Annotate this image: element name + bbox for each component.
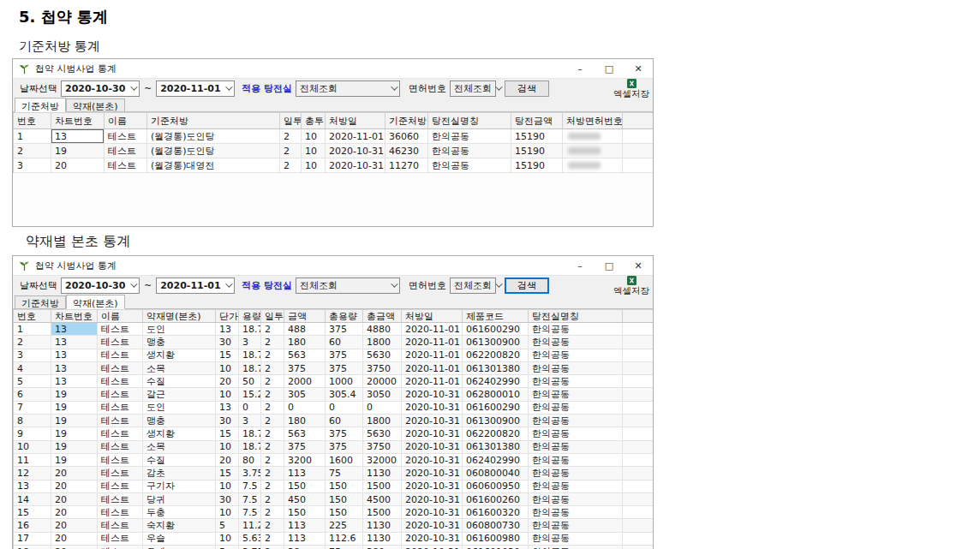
column-header[interactable]: 일투 [280, 113, 302, 128]
table-cell[interactable]: 19 [51, 415, 98, 427]
table-cell[interactable]: 061600260 [463, 493, 529, 505]
table-cell[interactable]: 10 [216, 506, 239, 518]
table-cell[interactable]: 11.2 [239, 519, 261, 531]
table-cell[interactable]: 한의공동 [529, 519, 623, 531]
table-cell[interactable]: 062402990 [463, 375, 529, 387]
table-cell[interactable]: 13 [216, 323, 239, 335]
table-cell[interactable]: 1600 [326, 454, 363, 466]
table-cell[interactable]: 20 [51, 158, 105, 172]
table-cell[interactable]: 18.7 [239, 362, 261, 374]
table-cell[interactable]: 2 [280, 129, 302, 143]
table-cell[interactable]: 19 [51, 454, 98, 466]
table-cell[interactable]: 450 [284, 493, 326, 505]
table-cell[interactable]: 062402990 [463, 454, 529, 466]
table-cell[interactable]: 113 [284, 467, 326, 479]
table-cell[interactable]: 1000 [326, 375, 363, 387]
table-cell[interactable]: 테스트 [98, 546, 143, 549]
table-cell[interactable]: 060800730 [463, 519, 529, 531]
close-button[interactable]: ✕ [624, 59, 653, 78]
column-header[interactable]: 일투 [261, 310, 284, 322]
table-cell[interactable]: 테스트 [98, 441, 143, 453]
table-cell[interactable]: (월경통)도인탕 [147, 144, 280, 158]
column-header[interactable]: 처방면허번호 [563, 113, 623, 128]
table-cell[interactable]: 한의공동 [428, 144, 511, 158]
table-cell[interactable]: 2 [261, 427, 284, 439]
tab-herb-material[interactable]: 약재(본초) [66, 295, 125, 309]
excel-save-button[interactable]: 엑셀저장 [613, 79, 649, 98]
column-header[interactable]: 처방일 [326, 113, 385, 128]
table-cell[interactable]: 20 [51, 493, 98, 505]
table-cell[interactable]: 180 [284, 336, 326, 348]
table-cell[interactable]: 061301380 [463, 441, 529, 453]
table-cell[interactable]: 060800040 [463, 467, 529, 479]
table-cell[interactable]: 수질 [143, 454, 216, 466]
table-cell[interactable]: (월경통)대영전 [147, 158, 280, 172]
table-cell[interactable]: 2 [261, 362, 284, 374]
table-cell[interactable]: 2 [261, 493, 284, 505]
table-cell[interactable]: 도인 [143, 323, 216, 335]
table-cell[interactable]: 테스트 [98, 375, 143, 387]
table-cell[interactable]: 2 [261, 415, 284, 427]
table-cell[interactable]: 2 [261, 349, 284, 361]
table-cell[interactable]: 20 [51, 533, 98, 545]
apply-pharmacy-label[interactable]: 적용 탕전실 [242, 279, 292, 292]
table-cell[interactable]: 육계 [143, 546, 216, 549]
table-cell[interactable]: 30 [216, 415, 239, 427]
table-cell[interactable]: 2 [261, 402, 284, 414]
table-cell[interactable]: 2 [261, 375, 284, 387]
table-cell[interactable]: 305.4 [326, 388, 363, 400]
table-cell[interactable]: 062800010 [463, 388, 529, 400]
table-cell[interactable]: 1130 [363, 533, 402, 545]
table-cell[interactable]: 2 [261, 388, 284, 400]
table-cell[interactable]: 061301380 [463, 362, 529, 374]
table-cell[interactable]: 60 [326, 336, 363, 348]
table-cell[interactable]: 테스트 [98, 533, 143, 545]
close-button[interactable]: ✕ [624, 256, 653, 275]
table-cell[interactable]: 10 [216, 388, 239, 400]
table-cell[interactable]: 10 [216, 533, 239, 545]
column-header[interactable]: 탕전실명칭 [529, 310, 623, 322]
table-cell[interactable]: 375 [326, 427, 363, 439]
table-cell[interactable]: 3.75 [239, 546, 261, 549]
table-cell[interactable]: 060600950 [463, 480, 529, 492]
column-header[interactable]: 제품코드 [463, 310, 529, 322]
table-cell[interactable]: 2020-11-01 [402, 349, 463, 361]
table-cell[interactable]: 8 [14, 415, 51, 427]
table-cell[interactable]: 5 [14, 375, 51, 387]
search-button[interactable]: 검색 [505, 81, 549, 97]
table-cell[interactable]: 갈근 [143, 388, 216, 400]
column-header[interactable]: 총투 [302, 113, 326, 128]
table-cell[interactable]: 2020-11-01 [326, 129, 385, 143]
table-cell[interactable]: 19 [51, 388, 98, 400]
column-header[interactable]: 기준처방 [147, 113, 280, 128]
table-cell[interactable]: 2 [261, 467, 284, 479]
table-cell[interactable]: 2020-11-01 [402, 323, 463, 335]
table-cell[interactable]: 375 [284, 441, 326, 453]
title-bar[interactable]: 첩약 시범사업 통계 – □ ✕ [13, 59, 653, 78]
column-header[interactable]: 이름 [98, 310, 143, 322]
table-cell[interactable]: 2020-10-31 [326, 144, 385, 158]
table-cell[interactable]: 375 [326, 441, 363, 453]
table-cell[interactable]: 테스트 [98, 402, 143, 414]
apply-pharmacy-label[interactable]: 적용 탕전실 [242, 82, 292, 95]
table-cell[interactable]: 2020-10-31 [402, 415, 463, 427]
date-to-select[interactable]: 2020-11-01 [156, 277, 235, 294]
table-cell[interactable]: 380 [363, 546, 402, 549]
table-cell[interactable]: 테스트 [98, 362, 143, 374]
table-cell[interactable]: 한의공동 [529, 388, 623, 400]
column-header[interactable]: 탕전금액 [511, 113, 563, 128]
table-cell[interactable]: 테스트 [98, 336, 143, 348]
table-cell[interactable]: 0 [363, 402, 402, 414]
table-cell[interactable]: 15 [216, 427, 239, 439]
table-cell[interactable]: 13 [51, 362, 98, 374]
column-header[interactable]: 용량 [239, 310, 261, 322]
table-cell[interactable]: 15190 [511, 144, 563, 158]
table-cell[interactable]: 12 [14, 467, 51, 479]
search-button[interactable]: 검색 [505, 277, 549, 294]
table-cell[interactable]: 19 [51, 427, 98, 439]
table-cell[interactable]: 1500 [363, 506, 402, 518]
table-cell[interactable]: 한의공동 [529, 441, 623, 453]
pharmacy-select[interactable]: 전체조회 [296, 81, 400, 97]
table-cell[interactable]: 18.7 [239, 427, 261, 439]
table-cell[interactable]: 1130 [363, 519, 402, 531]
